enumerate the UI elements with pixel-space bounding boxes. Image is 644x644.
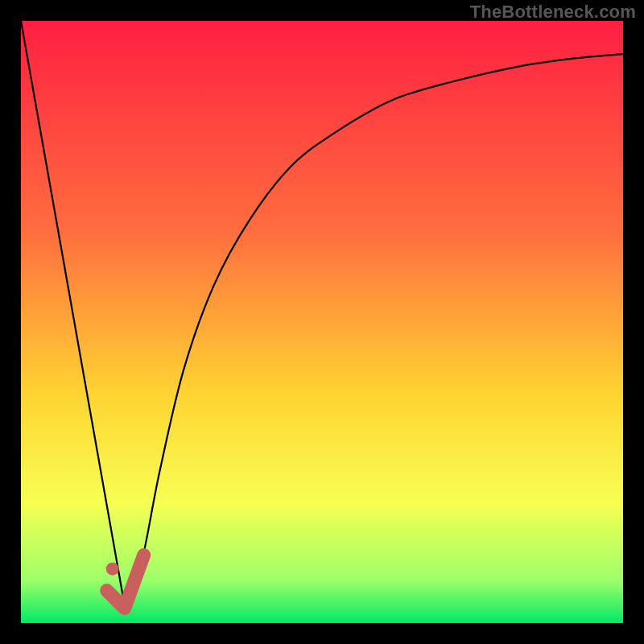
- watermark-text: TheBottleneck.com: [470, 2, 636, 23]
- chart-svg: [21, 21, 623, 623]
- chart-container: TheBottleneck.com: [0, 0, 644, 644]
- marker-dot: [106, 563, 119, 576]
- plot-area: [21, 21, 623, 623]
